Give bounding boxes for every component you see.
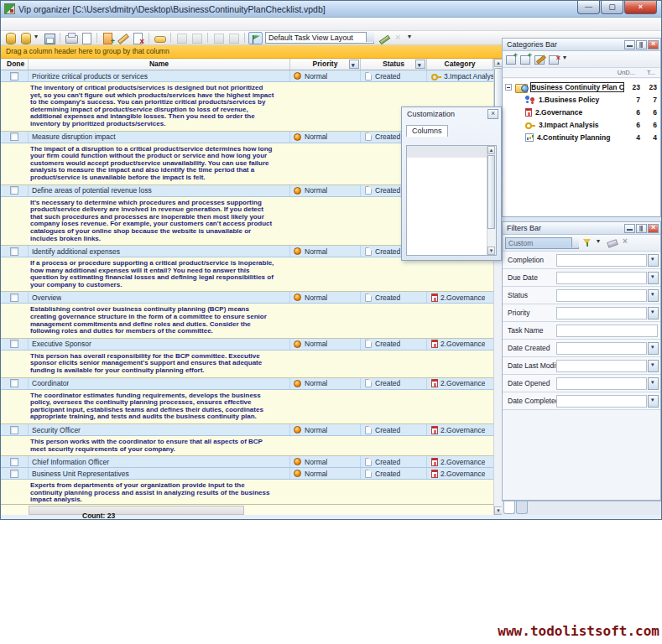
menu-item[interactable] <box>27 23 39 25</box>
minimize-button[interactable]: — <box>577 1 600 14</box>
filter-value-field[interactable] <box>556 307 647 319</box>
clear-filter-icon[interactable] <box>606 237 618 248</box>
filter-value-field[interactable] <box>556 377 647 390</box>
menu-item[interactable] <box>62 23 74 25</box>
delete-filter-icon[interactable] <box>620 237 632 248</box>
close-button[interactable]: × <box>624 1 657 14</box>
menu-item[interactable] <box>3 23 15 25</box>
task-row[interactable]: Coordinator Normal Created 2.Governance <box>1 378 493 390</box>
delete-task-icon[interactable] <box>131 32 145 44</box>
scroll-up-icon[interactable]: ▲ <box>487 146 495 154</box>
filter-value-dropdown[interactable] <box>648 272 659 284</box>
group-by-band[interactable]: Drag a column header here to group by th… <box>1 45 502 59</box>
done-checkbox[interactable] <box>10 470 18 478</box>
category-tree-item[interactable]: 4.Continuity Planning 4 4 <box>503 131 659 143</box>
task-row[interactable]: Overview Normal Created 2.Governance <box>1 292 493 304</box>
filter-value-field[interactable] <box>556 325 658 337</box>
priority-filter-dropdown[interactable] <box>349 60 359 69</box>
filter-value-field[interactable] <box>556 342 647 355</box>
menu-item[interactable] <box>39 23 50 25</box>
category-tree-item[interactable]: 1.Business Policy 7 7 <box>503 93 659 106</box>
done-checkbox[interactable] <box>10 379 18 387</box>
filter-value-field[interactable] <box>556 360 647 372</box>
open-dropdown-icon[interactable] <box>34 32 41 44</box>
filter-value-dropdown[interactable] <box>648 289 659 302</box>
filter-dropdown-icon[interactable] <box>596 236 603 249</box>
apply-filter-icon[interactable] <box>581 237 593 248</box>
indent-icon[interactable] <box>211 32 226 44</box>
dock-tab[interactable] <box>503 501 515 514</box>
panel-pin-icon[interactable] <box>636 40 647 49</box>
categories-overflow-icon[interactable] <box>562 53 570 65</box>
menu-item[interactable] <box>15 23 27 25</box>
filter-value-dropdown[interactable] <box>648 377 659 390</box>
move-up-icon[interactable] <box>175 32 189 44</box>
done-checkbox[interactable] <box>10 132 18 141</box>
print-icon[interactable] <box>64 32 78 44</box>
done-checkbox[interactable] <box>10 426 18 434</box>
column-header-status[interactable]: Status <box>361 59 427 70</box>
column-header-name[interactable]: Name <box>29 59 290 70</box>
column-list-item[interactable] <box>407 157 487 158</box>
panel-close-icon[interactable] <box>648 40 659 49</box>
filter-value-field[interactable] <box>556 272 647 284</box>
done-checkbox[interactable] <box>10 293 18 302</box>
scrollbar-thumb[interactable] <box>487 155 495 229</box>
panel-minimize-icon[interactable] <box>624 40 635 49</box>
panel-minimize-icon[interactable] <box>624 224 635 233</box>
save-icon[interactable] <box>42 32 56 44</box>
toolbar-overflow-icon[interactable] <box>407 32 414 44</box>
edit-category-icon[interactable] <box>534 54 546 65</box>
task-row[interactable]: Executive Sponsor Normal Created 2.Gover… <box>1 339 493 351</box>
customize-layout-icon[interactable] <box>377 32 391 44</box>
move-down-icon[interactable] <box>190 32 204 44</box>
add-task-icon[interactable] <box>101 32 115 44</box>
done-checkbox[interactable] <box>10 186 18 195</box>
edit-task-icon[interactable] <box>116 32 130 44</box>
new-database-icon[interactable] <box>3 32 18 44</box>
done-checkbox[interactable] <box>10 340 18 348</box>
delete-category-icon[interactable] <box>548 54 560 65</box>
dialog-close-icon[interactable] <box>487 109 498 119</box>
add-category-icon[interactable] <box>505 54 518 65</box>
undone-column-header[interactable]: UnD... <box>618 69 635 76</box>
done-checkbox[interactable] <box>10 72 18 80</box>
filter-value-dropdown[interactable] <box>648 395 659 408</box>
panel-pin-icon[interactable] <box>636 224 647 233</box>
filter-value-field[interactable] <box>556 289 647 302</box>
status-filter-dropdown[interactable] <box>415 60 425 69</box>
filter-value-dropdown[interactable] <box>648 307 659 319</box>
open-database-icon[interactable] <box>18 32 33 44</box>
filter-value-dropdown[interactable] <box>648 342 659 355</box>
column-header-done[interactable]: Done <box>1 59 29 70</box>
task-row[interactable]: Business Unit Representatives Normal Cre… <box>1 468 493 480</box>
column-header-category[interactable]: Category <box>427 59 493 70</box>
task-row[interactable]: Chief Information Officer Normal Created… <box>1 456 493 468</box>
filter-value-field[interactable] <box>556 254 647 267</box>
filter-value-dropdown[interactable] <box>648 254 659 267</box>
column-header-priority[interactable]: Priority <box>290 59 361 70</box>
collapse-expander-icon[interactable] <box>505 84 512 91</box>
category-tree-item[interactable]: 2.Governance 6 6 <box>503 106 659 118</box>
task-row[interactable]: Security Officer Normal Created 2.Govern… <box>1 424 493 436</box>
filter-preset-combo[interactable]: Custom <box>505 237 579 249</box>
dock-tab[interactable] <box>516 501 528 514</box>
task-view-flag-icon[interactable] <box>248 32 263 44</box>
scroll-down-icon[interactable]: ▼ <box>487 247 495 255</box>
done-checkbox[interactable] <box>10 458 18 466</box>
panel-close-icon[interactable] <box>648 224 659 233</box>
category-tree-item[interactable]: Business Continuity Plan Check 23 23 <box>503 80 659 93</box>
outdent-icon[interactable] <box>227 32 241 44</box>
done-checkbox[interactable] <box>10 247 18 256</box>
layout-combo[interactable]: Default Task View Layout <box>265 32 374 44</box>
columns-tab[interactable]: Columns <box>406 125 448 137</box>
delete-layout-icon[interactable] <box>392 32 406 44</box>
menu-item[interactable] <box>50 23 62 25</box>
filter-value-dropdown[interactable] <box>648 360 659 372</box>
task-row[interactable]: Prioritize critical products or services… <box>1 70 493 82</box>
add-subcategory-icon[interactable] <box>519 54 532 65</box>
category-tree-item[interactable]: 3.Impact Analysis 6 6 <box>503 118 659 131</box>
maximize-button[interactable]: ▢ <box>601 1 623 14</box>
total-column-header[interactable]: T... <box>647 69 655 76</box>
filter-value-field[interactable] <box>556 395 647 408</box>
